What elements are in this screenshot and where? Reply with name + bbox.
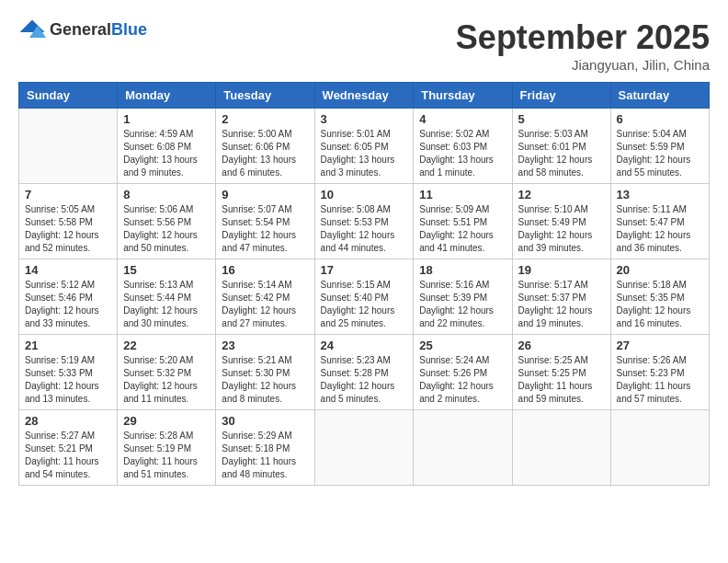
day-info: Sunrise: 5:03 AM Sunset: 6:01 PM Dayligh…	[518, 128, 605, 179]
day-info: Sunrise: 5:18 AM Sunset: 5:35 PM Dayligh…	[617, 279, 703, 330]
calendar-cell	[414, 410, 512, 486]
day-number: 22	[123, 339, 210, 352]
calendar-cell: 6Sunrise: 5:04 AM Sunset: 5:59 PM Daylig…	[610, 109, 709, 184]
day-info: Sunrise: 5:27 AM Sunset: 5:21 PM Dayligh…	[25, 430, 111, 481]
calendar-cell: 4Sunrise: 5:02 AM Sunset: 6:03 PM Daylig…	[414, 109, 512, 184]
calendar-cell: 26Sunrise: 5:25 AM Sunset: 5:25 PM Dayli…	[512, 335, 610, 410]
day-info: Sunrise: 5:12 AM Sunset: 5:46 PM Dayligh…	[25, 279, 111, 330]
day-number: 26	[518, 339, 605, 352]
col-sunday: Sunday	[19, 83, 118, 109]
day-info: Sunrise: 5:25 AM Sunset: 5:25 PM Dayligh…	[518, 354, 605, 406]
day-number: 8	[123, 188, 210, 201]
day-number: 2	[222, 112, 308, 126]
title-block: September 2025 Jiangyuan, Jilin, China	[456, 18, 710, 73]
calendar-cell: 8Sunrise: 5:06 AM Sunset: 5:56 PM Daylig…	[118, 184, 216, 259]
day-info: Sunrise: 5:02 AM Sunset: 6:03 PM Dayligh…	[419, 128, 506, 179]
location-subtitle: Jiangyuan, Jilin, China	[456, 57, 710, 73]
day-info: Sunrise: 5:15 AM Sunset: 5:40 PM Dayligh…	[321, 279, 408, 330]
day-info: Sunrise: 5:14 AM Sunset: 5:42 PM Dayligh…	[222, 279, 308, 330]
calendar-cell	[19, 109, 118, 184]
calendar-week-row: 14Sunrise: 5:12 AM Sunset: 5:46 PM Dayli…	[19, 259, 710, 335]
day-info: Sunrise: 5:24 AM Sunset: 5:26 PM Dayligh…	[419, 354, 506, 406]
day-info: Sunrise: 5:16 AM Sunset: 5:39 PM Dayligh…	[419, 279, 506, 330]
month-title: September 2025	[456, 18, 710, 57]
page-header: GeneralBlue September 2025 Jiangyuan, Ji…	[18, 18, 710, 73]
calendar-cell: 21Sunrise: 5:19 AM Sunset: 5:33 PM Dayli…	[19, 335, 118, 410]
day-number: 24	[321, 339, 408, 352]
day-info: Sunrise: 5:20 AM Sunset: 5:32 PM Dayligh…	[123, 354, 210, 406]
day-number: 11	[419, 188, 506, 201]
calendar-cell: 11Sunrise: 5:09 AM Sunset: 5:51 PM Dayli…	[414, 184, 512, 259]
calendar-cell: 18Sunrise: 5:16 AM Sunset: 5:39 PM Dayli…	[414, 259, 512, 335]
col-monday: Monday	[118, 83, 216, 109]
calendar-cell: 17Sunrise: 5:15 AM Sunset: 5:40 PM Dayli…	[314, 259, 414, 335]
day-info: Sunrise: 5:21 AM Sunset: 5:30 PM Dayligh…	[222, 354, 308, 406]
calendar-cell: 5Sunrise: 5:03 AM Sunset: 6:01 PM Daylig…	[512, 109, 610, 184]
day-number: 7	[25, 188, 111, 201]
day-number: 28	[25, 414, 111, 428]
day-info: Sunrise: 5:29 AM Sunset: 5:18 PM Dayligh…	[222, 430, 308, 481]
day-number: 5	[518, 112, 605, 126]
logo: GeneralBlue	[18, 18, 147, 40]
calendar-cell: 25Sunrise: 5:24 AM Sunset: 5:26 PM Dayli…	[414, 335, 512, 410]
day-number: 13	[617, 188, 703, 201]
day-info: Sunrise: 5:13 AM Sunset: 5:44 PM Dayligh…	[123, 279, 210, 330]
day-number: 17	[321, 263, 408, 277]
day-number: 30	[222, 414, 308, 428]
day-number: 25	[419, 339, 506, 352]
day-number: 20	[617, 263, 703, 277]
day-number: 10	[321, 188, 408, 201]
logo-blue: Blue	[111, 20, 147, 39]
calendar-cell: 12Sunrise: 5:10 AM Sunset: 5:49 PM Dayli…	[512, 184, 610, 259]
calendar-cell: 30Sunrise: 5:29 AM Sunset: 5:18 PM Dayli…	[216, 410, 314, 486]
day-number: 21	[25, 339, 111, 352]
calendar-cell: 13Sunrise: 5:11 AM Sunset: 5:47 PM Dayli…	[610, 184, 709, 259]
day-info: Sunrise: 5:11 AM Sunset: 5:47 PM Dayligh…	[617, 203, 703, 255]
col-saturday: Saturday	[610, 83, 709, 109]
day-info: Sunrise: 5:01 AM Sunset: 6:05 PM Dayligh…	[321, 128, 408, 179]
day-info: Sunrise: 5:19 AM Sunset: 5:33 PM Dayligh…	[25, 354, 111, 406]
calendar-cell: 2Sunrise: 5:00 AM Sunset: 6:06 PM Daylig…	[216, 109, 314, 184]
calendar-cell: 28Sunrise: 5:27 AM Sunset: 5:21 PM Dayli…	[19, 410, 118, 486]
day-number: 9	[222, 188, 308, 201]
logo-general: General	[50, 20, 111, 39]
day-number: 12	[518, 188, 605, 201]
day-number: 15	[123, 263, 210, 277]
calendar-cell	[314, 410, 414, 486]
calendar-week-row: 1Sunrise: 4:59 AM Sunset: 6:08 PM Daylig…	[19, 109, 710, 184]
col-wednesday: Wednesday	[314, 83, 414, 109]
day-number: 3	[321, 112, 408, 126]
calendar-cell: 20Sunrise: 5:18 AM Sunset: 5:35 PM Dayli…	[610, 259, 709, 335]
day-info: Sunrise: 5:00 AM Sunset: 6:06 PM Dayligh…	[222, 128, 308, 179]
day-number: 6	[617, 112, 703, 126]
day-number: 4	[419, 112, 506, 126]
day-number: 14	[25, 263, 111, 277]
calendar-cell	[610, 410, 709, 486]
calendar-week-row: 7Sunrise: 5:05 AM Sunset: 5:58 PM Daylig…	[19, 184, 710, 259]
logo-icon	[18, 18, 46, 40]
day-info: Sunrise: 5:17 AM Sunset: 5:37 PM Dayligh…	[518, 279, 605, 330]
calendar-cell: 7Sunrise: 5:05 AM Sunset: 5:58 PM Daylig…	[19, 184, 118, 259]
day-info: Sunrise: 5:07 AM Sunset: 5:54 PM Dayligh…	[222, 203, 308, 255]
day-info: Sunrise: 5:09 AM Sunset: 5:51 PM Dayligh…	[419, 203, 506, 255]
calendar-cell: 19Sunrise: 5:17 AM Sunset: 5:37 PM Dayli…	[512, 259, 610, 335]
calendar-week-row: 28Sunrise: 5:27 AM Sunset: 5:21 PM Dayli…	[19, 410, 710, 486]
calendar-cell: 27Sunrise: 5:26 AM Sunset: 5:23 PM Dayli…	[610, 335, 709, 410]
day-number: 23	[222, 339, 308, 352]
day-number: 29	[123, 414, 210, 428]
calendar-week-row: 21Sunrise: 5:19 AM Sunset: 5:33 PM Dayli…	[19, 335, 710, 410]
calendar-cell: 14Sunrise: 5:12 AM Sunset: 5:46 PM Dayli…	[19, 259, 118, 335]
day-number: 1	[123, 112, 210, 126]
calendar-cell: 29Sunrise: 5:28 AM Sunset: 5:19 PM Dayli…	[118, 410, 216, 486]
day-number: 16	[222, 263, 308, 277]
day-number: 18	[419, 263, 506, 277]
day-number: 27	[617, 339, 703, 352]
day-number: 19	[518, 263, 605, 277]
day-info: Sunrise: 5:06 AM Sunset: 5:56 PM Dayligh…	[123, 203, 210, 255]
day-info: Sunrise: 5:08 AM Sunset: 5:53 PM Dayligh…	[321, 203, 408, 255]
col-friday: Friday	[512, 83, 610, 109]
calendar-cell: 22Sunrise: 5:20 AM Sunset: 5:32 PM Dayli…	[118, 335, 216, 410]
calendar-cell: 24Sunrise: 5:23 AM Sunset: 5:28 PM Dayli…	[314, 335, 414, 410]
calendar-cell	[512, 410, 610, 486]
day-info: Sunrise: 4:59 AM Sunset: 6:08 PM Dayligh…	[123, 128, 210, 179]
